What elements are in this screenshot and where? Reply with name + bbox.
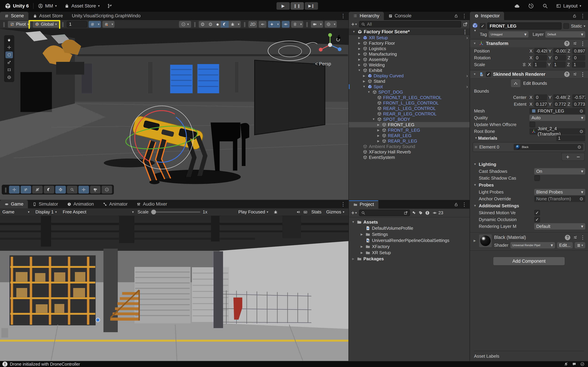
drag-handle-icon[interactable]: ≡ bbox=[475, 144, 477, 150]
tree-item[interactable]: ▼SPOT_BODY bbox=[349, 117, 470, 122]
undo-history-icon[interactable] bbox=[528, 3, 534, 9]
scene-viewport[interactable]: ∥ < P bbox=[0, 29, 348, 200]
foldout-arrow[interactable]: ▶ bbox=[473, 239, 477, 242]
static-shadow-checkbox[interactable] bbox=[534, 175, 540, 181]
progress-check-icon[interactable] bbox=[580, 362, 585, 366]
overlay-camera-button[interactable] bbox=[90, 186, 101, 193]
link-broken-icon[interactable] bbox=[522, 62, 527, 67]
tab-scene[interactable]: Scene bbox=[0, 12, 28, 20]
game-gizmos-dropdown[interactable]: Gizmos ▾ bbox=[325, 209, 345, 216]
tree-item[interactable]: ▶Settings bbox=[349, 231, 470, 237]
more-options-icon[interactable]: ⋮ bbox=[341, 13, 346, 19]
scale-y-field[interactable]: 1 bbox=[553, 61, 566, 68]
pivot-dropdown[interactable]: Pivot ▾ bbox=[8, 21, 31, 28]
wireframe-mode-button[interactable] bbox=[207, 21, 214, 28]
tree-item[interactable]: ▶FRONT_R_LEG bbox=[349, 127, 470, 133]
extent-z-field[interactable]: 0.77371 bbox=[572, 101, 585, 107]
tree-item[interactable]: ▶DefaultVolumeProfile bbox=[349, 225, 470, 231]
offscreen-checkbox[interactable] bbox=[529, 122, 535, 127]
overlay-properties-button[interactable] bbox=[21, 186, 31, 193]
slider-thumb[interactable] bbox=[151, 210, 156, 214]
stats-button[interactable]: Stats bbox=[310, 209, 322, 216]
more-options-icon[interactable]: ⋮ bbox=[580, 13, 585, 19]
overlay-search-button[interactable] bbox=[67, 186, 78, 193]
material-preview-thumb[interactable] bbox=[479, 234, 492, 247]
aspect-dropdown[interactable]: Free Aspect ▾ bbox=[61, 209, 136, 216]
add-element-button[interactable]: + bbox=[563, 154, 572, 160]
tab-audio-mixer[interactable]: Audio Mixer bbox=[132, 200, 172, 208]
more-options-icon[interactable]: ⋮ bbox=[341, 201, 346, 207]
foldout-arrow[interactable]: ▼ bbox=[474, 136, 478, 140]
play-button[interactable]: ▶ bbox=[277, 2, 290, 10]
warnings-icon[interactable] bbox=[425, 210, 430, 216]
view-tool-button[interactable] bbox=[5, 36, 13, 43]
gizmos-dropdown[interactable]: ▾ bbox=[332, 21, 337, 28]
status-bar[interactable]: ! Drone initialized with DroneController bbox=[0, 361, 588, 367]
tree-item-selected[interactable]: ▶FRONT_LEG bbox=[349, 122, 470, 127]
more-options-icon[interactable]: ⋮ bbox=[462, 201, 467, 208]
view-options-dropdown[interactable]: ▾ bbox=[179, 21, 191, 28]
overlay-compass-button[interactable] bbox=[102, 186, 112, 193]
scale-slider[interactable] bbox=[151, 212, 200, 213]
pause-button[interactable]: ❙❙ bbox=[291, 2, 304, 10]
version-control-button[interactable] bbox=[107, 3, 112, 8]
presets-icon[interactable] bbox=[573, 235, 578, 240]
position-y-field[interactable]: -0.0031 bbox=[553, 48, 566, 54]
active-checkbox[interactable]: ✓ bbox=[480, 23, 485, 29]
debug-draw-button[interactable] bbox=[229, 21, 236, 28]
lock-icon[interactable] bbox=[572, 14, 577, 18]
help-icon[interactable]: ? bbox=[565, 235, 570, 240]
tree-item[interactable]: ▶XFactory Hall Reverb bbox=[349, 149, 470, 155]
snap-increment-button[interactable] bbox=[103, 21, 110, 28]
tab-hierarchy[interactable]: Hierarchy bbox=[349, 12, 384, 20]
perspective-label[interactable]: < Persp bbox=[315, 61, 331, 67]
tree-item[interactable]: ▶Stand bbox=[349, 78, 470, 84]
scene-camera-dropdown[interactable]: ▾ bbox=[319, 21, 323, 28]
tree-item[interactable]: ▼Assets bbox=[349, 219, 470, 225]
open-search-window-icon[interactable] bbox=[404, 211, 408, 215]
probes-foldout[interactable]: ▼Probes bbox=[470, 182, 588, 189]
layout-menu[interactable]: Layout ▾ bbox=[556, 3, 581, 9]
hidden-count[interactable]: 23 bbox=[432, 210, 443, 216]
cloud-services-icon[interactable] bbox=[514, 3, 520, 9]
create-asset-dropdown[interactable]: + ▾ bbox=[350, 209, 357, 216]
asset-store-menu[interactable]: Asset Store ▾ bbox=[64, 3, 100, 9]
element-material-field[interactable]: Black ⊙ bbox=[514, 144, 583, 150]
open-search-window-icon[interactable] bbox=[463, 22, 468, 27]
tree-item[interactable]: ▶FRONLT_R_LEG_CONTROL bbox=[349, 95, 470, 100]
center-y-field[interactable]: -0.4802 bbox=[553, 94, 566, 100]
lock-icon[interactable] bbox=[454, 202, 458, 207]
tree-item[interactable]: ▶FRONT_L_LEG_CONTROL bbox=[349, 100, 470, 106]
audio-toggle-button[interactable] bbox=[259, 21, 267, 28]
object-picker-icon[interactable]: ⊙ bbox=[579, 108, 583, 114]
lock-icon[interactable] bbox=[454, 14, 458, 18]
lock-icon[interactable] bbox=[336, 34, 342, 40]
open-prefab-chevron[interactable]: › bbox=[466, 35, 468, 41]
edit-bounds-button[interactable] bbox=[511, 79, 520, 87]
game-mode-dropdown[interactable]: Game ▾ bbox=[2, 209, 32, 216]
display-dropdown[interactable]: Display 1 ▾ bbox=[33, 209, 59, 216]
name-field[interactable]: FRONT_LEG bbox=[487, 22, 562, 30]
vsync-keyboard-icon[interactable] bbox=[303, 210, 308, 214]
tree-item[interactable]: ▶Assembly bbox=[349, 57, 470, 62]
light-probes-dropdown[interactable]: Blend Probes ▾ bbox=[534, 189, 585, 195]
position-z-field[interactable]: 0.89721 bbox=[572, 48, 585, 54]
transform-header[interactable]: ▼ Transform ? ⋮ bbox=[470, 39, 588, 48]
tab-game[interactable]: Game bbox=[0, 200, 28, 208]
static-checkbox[interactable] bbox=[563, 23, 569, 29]
layers-dropdown[interactable]: ▾ bbox=[299, 21, 303, 28]
overlay-center-button[interactable] bbox=[78, 186, 89, 193]
cast-shadows-dropdown[interactable]: On ▾ bbox=[534, 168, 585, 175]
tree-item[interactable]: ▶REAR_R_LEG_CONTROL bbox=[349, 111, 470, 117]
tree-item[interactable]: ▶Display Curved› bbox=[349, 73, 470, 78]
skinned-motion-checkbox[interactable]: ✓ bbox=[534, 210, 540, 216]
filter-by-label-icon[interactable] bbox=[418, 210, 423, 216]
tree-item[interactable]: ▶REAR_R_LEG bbox=[349, 138, 470, 144]
rotation-y-field[interactable]: 0 bbox=[553, 55, 566, 61]
center-x-field[interactable]: 0 bbox=[534, 94, 547, 100]
quality-dropdown[interactable]: Auto ▾ bbox=[529, 115, 585, 121]
chat-icon[interactable] bbox=[572, 362, 576, 366]
extent-y-field[interactable]: 0.77229 bbox=[553, 101, 566, 107]
presets-icon[interactable] bbox=[573, 41, 577, 46]
tag-dropdown[interactable]: Untagged ▾ bbox=[489, 31, 529, 38]
